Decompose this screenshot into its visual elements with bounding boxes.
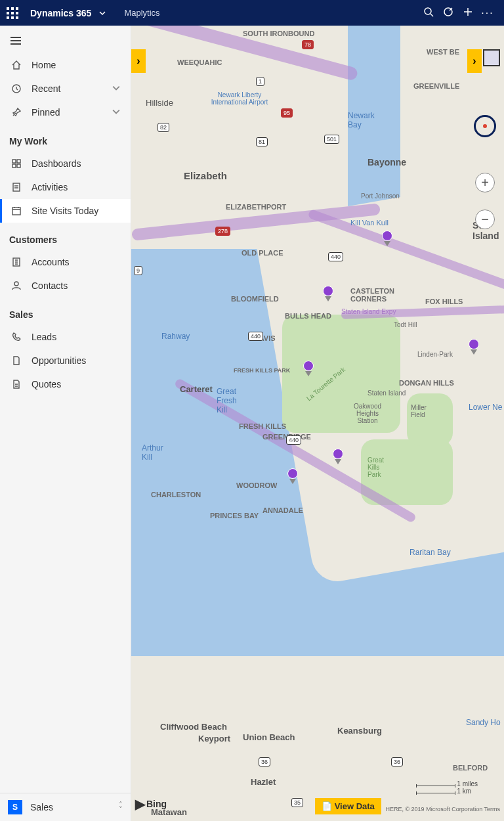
view-data-button[interactable]: 📄 View Data: [315, 798, 381, 814]
map-attribution: HERE, © 2019 Microsoft Corporation Terms: [385, 806, 500, 813]
nav-accounts[interactable]: Accounts: [0, 250, 131, 274]
pin-icon: [10, 106, 22, 118]
map-label: Newark Liberty International Airport: [210, 91, 269, 106]
map-pin[interactable]: [287, 468, 299, 480]
more-icon[interactable]: ···: [478, 7, 497, 19]
hamburger-icon[interactable]: [0, 26, 131, 53]
nav-label: Recent: [32, 83, 60, 94]
svg-rect-8: [17, 160, 20, 163]
chevron-down-icon[interactable]: [99, 8, 106, 18]
map-label: CHARLESTON: [151, 491, 201, 499]
building-icon: [10, 256, 22, 268]
map-label: Hillside: [146, 98, 173, 108]
calendar-icon: [10, 205, 22, 217]
map-label: GREENVILLE: [413, 82, 459, 90]
map-label: ELIZABETHPORT: [226, 203, 286, 211]
nav-contacts[interactable]: Contacts: [0, 274, 131, 298]
route-shield: 501: [324, 135, 339, 144]
route-shield: 78: [302, 40, 314, 49]
map-label: Raritan Bay: [410, 548, 451, 557]
nav-label: Site Visits Today: [32, 206, 98, 216]
nav-recent[interactable]: Recent: [0, 77, 131, 100]
svg-line-1: [430, 14, 433, 16]
map-label: SOUTH IRONBOUND: [243, 30, 314, 37]
map-pin[interactable]: [469, 339, 480, 351]
map-label: CASTLETON CORNERS: [350, 287, 396, 303]
app-launcher-icon[interactable]: [7, 7, 18, 19]
svg-rect-12: [12, 208, 20, 215]
chevron-down-icon: [112, 107, 120, 118]
brand-name[interactable]: Dynamics 365: [30, 8, 91, 18]
route-shield: 81: [256, 137, 268, 146]
svg-rect-9: [12, 164, 16, 167]
map-label: WEST BE: [427, 48, 459, 56]
zoom-out-button[interactable]: −: [475, 210, 495, 229]
expand-panel-left-button[interactable]: ›: [131, 49, 146, 73]
map-label: BULLS HEAD: [285, 312, 331, 320]
map-layer-button[interactable]: [483, 49, 500, 66]
map-label: Elizabeth: [184, 170, 227, 181]
route-shield: 278: [215, 227, 230, 236]
map-pin[interactable]: [382, 231, 394, 242]
route-shield: 440: [248, 332, 263, 341]
nav-site-visits[interactable]: Site Visits Today: [0, 199, 131, 223]
route-shield: 36: [391, 757, 403, 766]
map-label: DONGAN HILLS: [399, 379, 454, 387]
target-icon[interactable]: [438, 7, 458, 20]
bing-logo: ▶Bing: [135, 796, 167, 812]
svg-rect-10: [17, 164, 20, 167]
nav-label: Dashboards: [32, 158, 81, 169]
area-badge: S: [8, 800, 22, 814]
route-shield: 35: [291, 798, 303, 807]
map-label: Staten Island: [368, 389, 406, 397]
map-label: Sandy Ho: [466, 718, 501, 727]
expand-panel-right-button[interactable]: ›: [467, 49, 482, 73]
app-name[interactable]: Maplytics: [124, 8, 159, 18]
route-shield: 440: [286, 435, 301, 445]
person-icon: [10, 280, 22, 292]
nav-leads[interactable]: Leads: [0, 325, 131, 349]
add-icon[interactable]: [458, 7, 478, 20]
map-label: BLOOMFIELD: [231, 295, 279, 303]
nav-quotes[interactable]: Quotes: [0, 372, 131, 396]
area-label: Sales: [30, 802, 53, 812]
nav-opportunities[interactable]: Opportunities: [0, 349, 131, 372]
map-label: Keyport: [198, 734, 230, 743]
map-pin[interactable]: [333, 449, 345, 460]
chevron-down-icon: [112, 83, 120, 94]
nav-pinned[interactable]: Pinned: [0, 100, 131, 124]
map-label: Union Beach: [243, 732, 295, 742]
zoom-in-button[interactable]: +: [475, 173, 495, 192]
map-label: ANNADALE: [262, 506, 303, 514]
topbar: Dynamics 365 Maplytics ···: [0, 0, 504, 26]
map-label: Newark Bay: [348, 111, 387, 129]
map-label: PRINCES BAY: [210, 512, 259, 520]
map-label: OLD PLACE: [242, 249, 284, 257]
map-label: Arthur Kill: [142, 443, 168, 462]
dashboard-icon: [10, 158, 22, 169]
section-mywork: My Work: [0, 124, 131, 152]
map-label: Rahway: [161, 332, 190, 341]
home-icon: [10, 59, 22, 71]
route-shield: 95: [281, 108, 293, 118]
map-label: FRESH KILLS: [239, 422, 286, 430]
map-label: Staten Island Expy: [341, 308, 396, 315]
refresh-icon[interactable]: [474, 115, 496, 137]
nav-activities[interactable]: Activities: [0, 175, 131, 199]
map-label: Oakwood Heights Station: [348, 403, 387, 424]
map-label: WEEQUAHIC: [177, 58, 222, 66]
map-pin[interactable]: [303, 361, 315, 372]
phone-icon: [10, 331, 22, 343]
map-pin[interactable]: [323, 286, 335, 298]
nav-home[interactable]: Home: [0, 53, 131, 77]
map-label: Hazlet: [251, 777, 276, 787]
sidebar-footer[interactable]: S Sales ˄˅: [0, 793, 131, 821]
nav-label: Leads: [32, 332, 56, 342]
map-label: Keansburg: [337, 726, 382, 736]
svg-rect-7: [12, 160, 16, 163]
search-icon[interactable]: [419, 7, 438, 20]
nav-dashboards[interactable]: Dashboards: [0, 152, 131, 175]
map-label: Great Kills Park: [368, 456, 394, 478]
map-canvas[interactable]: SOUTH IRONBOUND WEEQUAHIC Hillside Newar…: [131, 26, 504, 821]
map-label: Todt Hill: [394, 321, 417, 328]
